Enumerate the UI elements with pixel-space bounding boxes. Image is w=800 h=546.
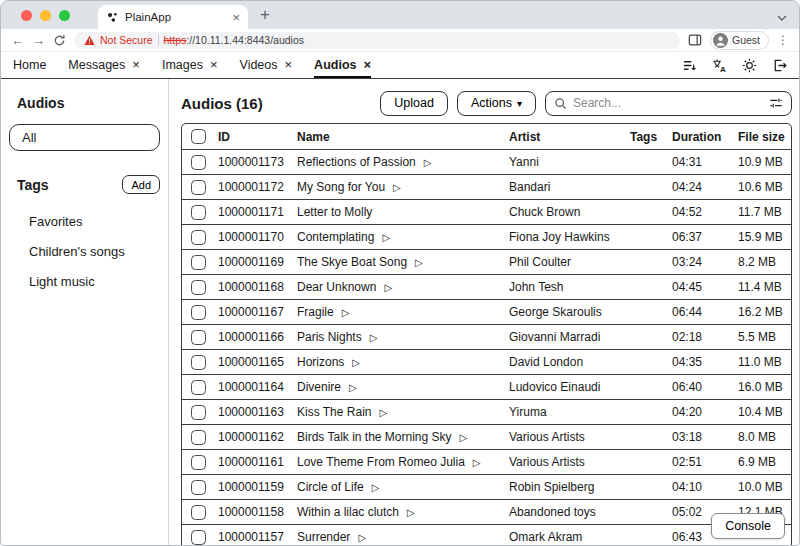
row-checkbox[interactable] — [191, 180, 206, 195]
sidebar-tag-item[interactable]: Favorites — [1, 206, 168, 236]
close-icon[interactable]: × — [210, 57, 218, 72]
app-nav-tab[interactable]: Images × — [162, 52, 218, 78]
play-icon[interactable]: ▷ — [473, 457, 481, 468]
audio-id: 1000001158 — [218, 505, 297, 519]
maximize-window-button[interactable] — [59, 10, 70, 21]
play-icon[interactable]: ▷ — [349, 382, 357, 393]
back-icon[interactable]: ← — [11, 34, 24, 47]
minimize-window-button[interactable] — [40, 10, 51, 21]
play-icon[interactable]: ▷ — [370, 332, 378, 343]
audio-name: My Song for You — [297, 180, 385, 194]
avatar — [713, 33, 728, 48]
select-all-checkbox[interactable] — [191, 129, 206, 144]
browser-menu-icon[interactable]: ⋮ — [777, 33, 789, 47]
play-icon[interactable]: ▷ — [384, 282, 392, 293]
app-nav-tab[interactable]: Videos × — [240, 52, 293, 78]
header-action-icons: A — [682, 52, 787, 78]
table-row[interactable]: 1000001169 The Skye Boat Song▷ Phil Coul… — [182, 249, 791, 274]
sidebar-tag-item[interactable]: Light music — [1, 266, 168, 296]
play-icon[interactable]: ▷ — [352, 357, 360, 368]
audio-duration: 04:31 — [666, 155, 732, 169]
table-row[interactable]: 1000001172 My Song for You▷ Bandari 04:2… — [182, 174, 791, 199]
reload-icon[interactable] — [53, 34, 66, 47]
row-checkbox[interactable] — [191, 380, 206, 395]
window-controls — [21, 10, 70, 21]
row-checkbox[interactable] — [191, 480, 206, 495]
row-checkbox[interactable] — [191, 430, 206, 445]
row-checkbox[interactable] — [191, 280, 206, 295]
close-icon[interactable]: × — [285, 57, 293, 72]
audio-name-cell: Horizons▷ — [297, 355, 509, 369]
audio-name: Letter to Molly — [297, 205, 372, 219]
row-checkbox[interactable] — [191, 405, 206, 420]
row-checkbox[interactable] — [191, 455, 206, 470]
table-row[interactable]: 1000001161 Love Theme From Romeo Julia▷ … — [182, 449, 791, 474]
add-tag-button[interactable]: Add — [122, 175, 160, 194]
table-row[interactable]: 1000001168 Dear Unknown▷ John Tesh 04:45… — [182, 274, 791, 299]
close-icon[interactable]: × — [132, 57, 140, 72]
play-icon[interactable]: ▷ — [415, 257, 423, 268]
not-secure-label[interactable]: Not Secure — [100, 34, 153, 46]
play-icon[interactable]: ▷ — [424, 157, 432, 168]
row-checkbox[interactable] — [191, 330, 206, 345]
table-row[interactable]: 1000001163 Kiss The Rain▷ Yiruma 04:20 1… — [182, 399, 791, 424]
table-row[interactable]: 1000001166 Paris Nights▷ Giovanni Marrad… — [182, 324, 791, 349]
forward-icon[interactable]: → — [32, 34, 45, 47]
row-checkbox[interactable] — [191, 205, 206, 220]
row-checkbox[interactable] — [191, 155, 206, 170]
audio-name: The Skye Boat Song — [297, 255, 407, 269]
new-tab-button[interactable]: + — [260, 6, 270, 23]
table-row[interactable]: 1000001167 Fragile▷ George Skaroulis 06:… — [182, 299, 791, 324]
console-button[interactable]: Console — [711, 513, 785, 539]
row-checkbox[interactable] — [191, 355, 206, 370]
table-row[interactable]: 1000001158 Within a lilac clutch▷ Abando… — [182, 499, 791, 524]
play-icon[interactable]: ▷ — [382, 232, 390, 243]
app-nav-tab[interactable]: Audios × — [314, 52, 371, 78]
audio-name-cell: Divenire▷ — [297, 380, 509, 394]
actions-button[interactable]: Actions▾ — [457, 91, 536, 116]
play-icon[interactable]: ▷ — [460, 432, 468, 443]
sidebar-tag-item[interactable]: Children's songs — [1, 236, 168, 266]
table-row[interactable]: 1000001165 Horizons▷ David London 04:35 … — [182, 349, 791, 374]
tasks-icon[interactable] — [682, 58, 697, 73]
close-tab-icon[interactable]: × — [232, 11, 240, 24]
play-icon[interactable]: ▷ — [372, 482, 380, 493]
translate-icon[interactable]: A — [712, 58, 727, 73]
row-checkbox[interactable] — [191, 505, 206, 520]
browser-tab[interactable]: PlainApp × — [98, 5, 248, 29]
audio-artist: Bandari — [509, 180, 622, 194]
row-checkbox[interactable] — [191, 230, 206, 245]
play-icon[interactable]: ▷ — [393, 182, 401, 193]
table-row[interactable]: 1000001157 Surrender▷ Omark Akram 06:43 — [182, 524, 791, 546]
row-checkbox[interactable] — [191, 305, 206, 320]
close-window-button[interactable] — [21, 10, 32, 21]
table-row[interactable]: 1000001164 Divenire▷ Ludovico Einaudi 06… — [182, 374, 791, 399]
logout-icon[interactable] — [772, 58, 787, 73]
app-nav-tab[interactable]: Home × — [13, 52, 46, 78]
table-row[interactable]: 1000001159 Circle of Life▷ Robin Spielbe… — [182, 474, 791, 499]
upload-button[interactable]: Upload — [380, 91, 448, 116]
profile-chip[interactable]: Guest — [710, 31, 769, 50]
side-panel-icon[interactable] — [688, 33, 702, 47]
theme-sun-icon[interactable] — [742, 58, 757, 73]
play-icon[interactable]: ▷ — [358, 532, 366, 543]
browser-window: PlainApp × + ← → Not Secure https://10.1… — [0, 0, 800, 546]
search-input[interactable] — [573, 96, 763, 110]
address-field[interactable]: Not Secure https://10.11.1.44:8443/audio… — [74, 32, 680, 49]
app-nav-tab[interactable]: Messages × — [68, 52, 140, 78]
play-icon[interactable]: ▷ — [379, 407, 387, 418]
table-row[interactable]: 1000001171 Letter to Molly▷ Chuck Brown … — [182, 199, 791, 224]
filter-sliders-icon[interactable] — [769, 96, 783, 110]
sidebar-audios-heading: Audios — [17, 95, 168, 111]
row-checkbox[interactable] — [191, 255, 206, 270]
row-checkbox[interactable] — [191, 530, 206, 545]
table-row[interactable]: 1000001170 Contemplating▷ Fiona Joy Hawk… — [182, 224, 791, 249]
table-row[interactable]: 1000001173 Reflections of Passion▷ Yanni… — [182, 149, 791, 174]
play-icon[interactable]: ▷ — [407, 507, 415, 518]
sidebar-item-all[interactable]: All — [9, 124, 160, 151]
table-row[interactable]: 1000001162 Birds Talk in the Morning Sky… — [182, 424, 791, 449]
column-header-name: Name — [297, 130, 509, 144]
close-icon[interactable]: × — [363, 57, 371, 72]
chevron-down-icon[interactable] — [777, 15, 787, 21]
play-icon[interactable]: ▷ — [342, 307, 350, 318]
